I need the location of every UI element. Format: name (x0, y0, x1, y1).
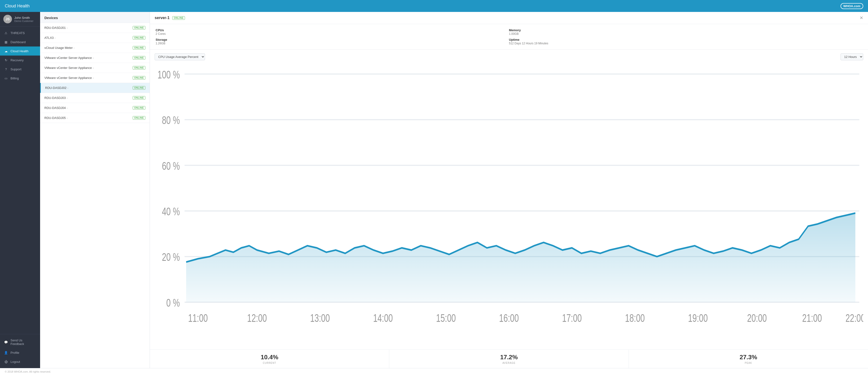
svg-text:40 %: 40 % (162, 205, 180, 217)
user-role: Demo Customer (14, 20, 33, 23)
device-list-item[interactable]: VMware vCenter Server Appliance ›ONLINE (40, 63, 150, 73)
main-layout: JS John Smith Demo Customer ⚠THREATS▦Das… (0, 12, 868, 368)
svg-text:60 %: 60 % (162, 160, 180, 172)
device-status-badge: ONLINE (133, 116, 145, 120)
device-list[interactable]: RDU-DASDJ01 ›ONLINEATLX3 ›ONLINEvCloud U… (40, 23, 150, 368)
sidebar-label: THREATS (10, 31, 25, 35)
device-list-item[interactable]: ATLX3 ›ONLINE (40, 33, 150, 43)
device-status-badge: ONLINE (133, 26, 145, 30)
device-status-badge: ONLINE (133, 66, 145, 70)
device-list-item[interactable]: RDU-DASDJ01 ›ONLINE (40, 23, 150, 33)
device-list-item[interactable]: RDU-DASDJ05 ›ONLINE (40, 113, 150, 123)
stat-average: 17.2% AVERAGE (389, 350, 629, 368)
svg-text:18:00: 18:00 (625, 312, 645, 324)
sidebar-label: Profile (10, 351, 19, 354)
storage-label: Storage (156, 38, 509, 41)
storage-value: 1.26GB (156, 42, 509, 45)
device-name: VMware vCenter Server Appliance › (44, 76, 94, 80)
sidebar-item-billing[interactable]: ▭Billing (0, 74, 40, 83)
sidebar-label: Send Us Feedback (10, 339, 36, 346)
sidebar-item-recovery[interactable]: ↻Recovery (0, 56, 40, 65)
device-panel-header: Devices (40, 12, 150, 23)
device-list-item[interactable]: RDU-DASDJ02 ›ONLINE (40, 83, 150, 93)
device-status-badge: ONLINE (133, 36, 145, 40)
server-info: CPUs 2 Cores Memory 1.00GB Storage 1.26G… (150, 24, 868, 49)
stat-current: 10.4% CURRENT (150, 350, 389, 368)
svg-text:19:00: 19:00 (688, 312, 708, 324)
sidebar-label: Logout (10, 360, 20, 364)
device-status-badge: ONLINE (133, 86, 145, 90)
grid-icon: ▦ (4, 40, 8, 44)
sidebar-item-threats[interactable]: ⚠THREATS (0, 28, 40, 37)
svg-text:13:00: 13:00 (310, 312, 330, 324)
detail-header: server-1 ONLINE ✕ (150, 12, 868, 24)
chevron-right-icon: › (67, 97, 68, 99)
user-name: John Smith (14, 16, 33, 20)
device-status-badge: ONLINE (133, 56, 145, 60)
chevron-right-icon: › (93, 76, 94, 79)
sidebar-item-logout[interactable]: ⏻Logout (0, 357, 40, 366)
sidebar-item-cloud-health[interactable]: ☁Cloud Health (0, 46, 40, 56)
close-button[interactable]: ✕ (860, 15, 863, 21)
chevron-right-icon: › (67, 27, 68, 29)
svg-text:17:00: 17:00 (562, 312, 582, 324)
metric-selector[interactable]: CPU Usage Average Percent Memory Usage D… (155, 54, 205, 60)
stat-peak-value: 27.3% (629, 353, 868, 361)
device-name: VMware vCenter Server Appliance › (44, 56, 94, 60)
svg-text:11:00: 11:00 (188, 312, 208, 324)
server-status-badge: ONLINE (172, 16, 185, 20)
cpu-chart: 100 % 80 % 60 % 40 % 20 % 0 % (155, 63, 863, 346)
stat-peak-label: PEAK (629, 362, 868, 364)
device-list-item[interactable]: VMware vCenter Server Appliance ›ONLINE (40, 73, 150, 83)
sidebar: JS John Smith Demo Customer ⚠THREATS▦Das… (0, 12, 40, 368)
sidebar-item-dashboard[interactable]: ▦Dashboard (0, 37, 40, 46)
svg-text:14:00: 14:00 (373, 312, 393, 324)
device-list-item[interactable]: RDU-DASDJ04 ›ONLINE (40, 103, 150, 113)
svg-text:20 %: 20 % (162, 251, 180, 263)
app-header: Cloud Health WHOA.com (0, 0, 868, 12)
chevron-right-icon: › (67, 116, 68, 120)
device-list-item[interactable]: VMware vCenter Server Appliance ›ONLINE (40, 53, 150, 63)
time-selector[interactable]: 1 Hour 6 Hours 12 Hours 24 Hours 7 Days (841, 54, 863, 60)
device-list-item[interactable]: RDU-DASDJ03 ›ONLINE (40, 93, 150, 103)
svg-text:16:00: 16:00 (499, 312, 519, 324)
page-title: Cloud Health (5, 4, 30, 8)
sidebar-label: Billing (10, 76, 19, 80)
uptime-label: Uptime (509, 38, 863, 41)
help-icon: ? (4, 67, 8, 71)
device-name: RDU-DASDJ02 › (45, 86, 68, 90)
svg-text:22:00: 22:00 (845, 312, 863, 324)
logout-icon: ⏻ (4, 360, 8, 364)
svg-text:80 %: 80 % (162, 114, 180, 126)
sidebar-item-profile[interactable]: 👤Profile (0, 348, 40, 357)
sidebar-label: Recovery (10, 59, 24, 62)
memory-info: Memory 1.00GB (509, 28, 863, 36)
stat-average-label: AVERAGE (389, 362, 628, 364)
svg-text:15:00: 15:00 (436, 312, 456, 324)
device-status-badge: ONLINE (133, 46, 145, 49)
chevron-right-icon: › (67, 87, 68, 90)
device-list-item[interactable]: vCloud Usage Meter ›ONLINE (40, 43, 150, 53)
sidebar-bottom: 💬Send Us Feedback👤Profile⏻Logout (0, 334, 40, 368)
sidebar-item-support[interactable]: ?Support (0, 65, 40, 74)
footer-text: © 2018 WHOA.com. All rights reserved. (5, 370, 51, 373)
svg-text:0 %: 0 % (166, 297, 180, 309)
uptime-info: Uptime 512 Days 12 Hours 19 Minutes (509, 38, 863, 45)
sidebar-item-feedback[interactable]: 💬Send Us Feedback (0, 336, 40, 348)
svg-text:20:00: 20:00 (747, 312, 767, 324)
svg-text:21:00: 21:00 (802, 312, 822, 324)
stat-current-label: CURRENT (150, 362, 389, 364)
uptime-value: 512 Days 12 Hours 19 Minutes (509, 42, 863, 45)
cpu-info: CPUs 2 Cores (156, 28, 509, 36)
storage-info: Storage 1.26GB (156, 38, 509, 45)
device-status-badge: ONLINE (133, 96, 145, 100)
sidebar-nav: ⚠THREATS▦Dashboard☁Cloud Health↻Recovery… (0, 27, 40, 334)
chevron-right-icon: › (67, 107, 68, 109)
sidebar-label: Cloud Health (10, 49, 28, 53)
device-name: RDU-DASDJ04 › (44, 106, 67, 110)
device-panel: Devices RDU-DASDJ01 ›ONLINEATLX3 ›ONLINE… (40, 12, 150, 368)
svg-text:100 %: 100 % (157, 69, 180, 80)
stat-average-value: 17.2% (389, 353, 628, 361)
device-name: vCloud Usage Meter › (44, 46, 74, 49)
avatar: JS (3, 15, 12, 23)
